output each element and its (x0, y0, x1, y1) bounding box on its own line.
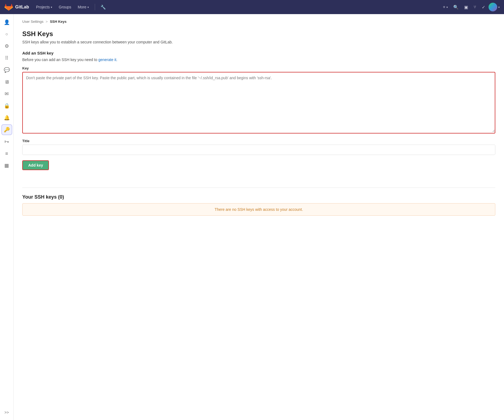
key-textarea-wrapper (22, 72, 495, 133)
no-ssh-keys-notice: There are no SSH keys with access to you… (22, 203, 495, 216)
groups-nav-item[interactable]: Groups (56, 3, 74, 11)
key-icon: 🗝 (4, 139, 9, 145)
sidebar-item-ssh-keys[interactable]: 🔑 (1, 124, 12, 135)
sidebar-item-apps[interactable]: ⠿ (1, 53, 12, 63)
title-input[interactable] (23, 145, 495, 155)
add-key-button-wrapper: Add key (22, 160, 49, 170)
title-field-group: Title (22, 139, 495, 155)
breadcrumb-parent-link[interactable]: User Settings (22, 20, 43, 24)
sidebar-item-preferences[interactable]: ≡ (1, 148, 12, 159)
top-navigation: GitLab Projects ▾ Groups More ▾ 🔧 + ▾ 🔍 … (0, 0, 504, 14)
sidebar-item-comments[interactable]: 💬 (1, 65, 12, 75)
admin-wrench-button[interactable]: 🔧 (98, 3, 108, 11)
logo-text: GitLab (15, 5, 29, 9)
nav-divider (95, 4, 95, 10)
avatar-chevron-icon: ▾ (498, 6, 500, 9)
ssh-key-icon: 🔑 (4, 127, 10, 133)
sidebar-item-mail[interactable]: ✉ (1, 88, 12, 99)
sidebar-item-notifications[interactable]: 🔔 (1, 112, 12, 123)
key-textarea[interactable] (23, 72, 495, 132)
breadcrumb-separator: > (46, 20, 48, 24)
gitlab-logo[interactable]: GitLab (4, 3, 29, 11)
sidebar-item-terminal[interactable]: 🖥 (1, 77, 12, 87)
user-circle-icon: ○ (5, 32, 8, 37)
user-avatar[interactable] (489, 3, 497, 11)
sidebar-item-user[interactable]: ○ (1, 29, 12, 40)
left-sidebar: 👤 ○ ⚙ ⠿ 💬 🖥 ✉ 🔒 🔔 🔑 🗝 ≡ ▦ >> (0, 14, 14, 221)
comment-icon: 💬 (4, 67, 10, 73)
sidebar-item-settings[interactable]: ⚙ (1, 41, 12, 52)
page-description: SSH keys allow you to establish a secure… (22, 40, 495, 44)
add-key-button-section: Add key (22, 160, 495, 179)
profile-icon: 👤 (4, 19, 10, 25)
add-ssh-key-info: Before you can add an SSH key you need t… (22, 58, 495, 62)
main-content: User Settings > SSH Keys SSH Keys SSH ke… (14, 14, 504, 221)
bell-icon: 🔔 (4, 115, 10, 121)
sidebar-item-profile[interactable]: 👤 (1, 17, 12, 28)
wrench-icon: 🔧 (100, 5, 106, 10)
key-field-group: Key (22, 66, 495, 133)
add-key-button[interactable]: Add key (23, 161, 48, 170)
sidebar-toggle-icon: ▣ (464, 5, 468, 10)
breadcrumb: User Settings > SSH Keys (22, 20, 495, 24)
sidebar-item-access-tokens[interactable]: 🗝 (1, 136, 12, 147)
sliders-icon: ≡ (5, 151, 8, 157)
key-field-label: Key (22, 66, 495, 70)
todo-icon: ✓ (482, 5, 485, 10)
plus-chevron-icon: ▾ (446, 6, 448, 9)
projects-chevron-icon: ▾ (51, 6, 52, 9)
sidebar-item-dashboard[interactable]: ▦ (1, 160, 12, 171)
title-field-label: Title (22, 139, 495, 143)
section-divider (22, 187, 495, 188)
your-ssh-keys-title: Your SSH keys (0) (22, 194, 495, 200)
plus-icon: + (443, 5, 445, 9)
todos-button[interactable]: ✓ (480, 3, 487, 11)
new-item-button[interactable]: + ▾ (441, 3, 450, 11)
search-icon: 🔍 (453, 5, 459, 10)
dashboard-icon: ▦ (4, 163, 9, 168)
sidebar-toggle-button[interactable]: ▣ (462, 3, 470, 11)
gear-icon: ⚙ (5, 43, 9, 49)
search-button[interactable]: 🔍 (451, 3, 461, 11)
title-input-wrapper (22, 145, 495, 155)
sidebar-item-lock[interactable]: 🔒 (1, 100, 12, 111)
projects-nav-item[interactable]: Projects ▾ (33, 3, 55, 11)
no-keys-message: There are no SSH keys with access to you… (215, 207, 303, 212)
add-ssh-key-heading: Add an SSH key (22, 51, 495, 55)
mail-icon: ✉ (5, 91, 9, 97)
apps-grid-icon: ⠿ (5, 55, 8, 61)
nav-right-section: + ▾ 🔍 ▣ ⑂ ✓ ▾ (441, 3, 500, 11)
generate-key-link[interactable]: generate it. (98, 58, 117, 62)
lock-icon: 🔒 (4, 103, 10, 109)
merge-request-icon: ⑂ (474, 5, 476, 9)
more-chevron-icon: ▾ (87, 6, 89, 9)
more-nav-item[interactable]: More ▾ (75, 3, 92, 11)
breadcrumb-current: SSH Keys (50, 20, 67, 24)
terminal-icon: 🖥 (4, 79, 9, 85)
page-title: SSH Keys (22, 30, 495, 38)
your-ssh-keys-section: Your SSH keys (0) There are no SSH keys … (22, 194, 495, 216)
merge-requests-button[interactable]: ⑂ (471, 3, 478, 11)
